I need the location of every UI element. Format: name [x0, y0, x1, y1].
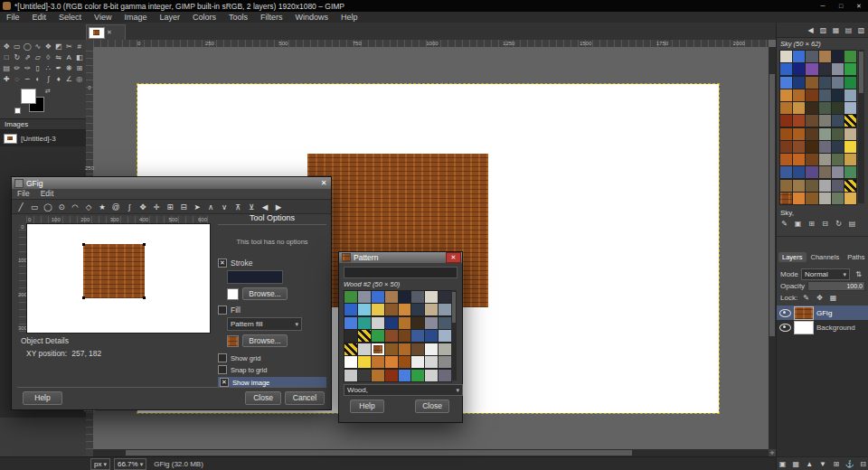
raise-layer-icon[interactable]: ▲ [804, 460, 816, 468]
pattern-swatch[interactable] [439, 343, 451, 355]
pattern-swatch[interactable] [780, 102, 792, 114]
pattern-swatch[interactable] [439, 291, 451, 303]
pattern-swatch[interactable] [844, 180, 856, 192]
shear-tool-icon[interactable]: ▱ [33, 52, 43, 62]
pattern-close-button[interactable]: Close [415, 400, 449, 413]
quick-mask-toggle[interactable] [86, 449, 93, 456]
pattern-swatch[interactable] [344, 343, 357, 355]
pattern-swatch[interactable] [832, 128, 844, 140]
pattern-swatch[interactable] [399, 356, 411, 368]
rectangle-select-tool-icon[interactable]: ▭ [13, 42, 23, 52]
pattern-swatch[interactable] [832, 166, 844, 178]
duplicate-pattern-icon[interactable]: ⊞ [806, 220, 817, 228]
delete-object-icon[interactable]: ⊟ [177, 202, 190, 212]
pattern-swatch[interactable] [832, 51, 844, 62]
pattern-swatch[interactable] [806, 102, 817, 114]
pattern-swatch[interactable] [780, 141, 792, 153]
menu-item[interactable]: Image [118, 12, 153, 23]
pattern-swatch[interactable] [793, 166, 805, 178]
edit-pattern-icon[interactable]: ✎ [778, 220, 790, 228]
crop-tool-icon[interactable]: # [75, 42, 85, 52]
pattern-swatch[interactable] [793, 141, 805, 153]
pattern-filter-input[interactable] [344, 267, 458, 278]
star-tool-icon[interactable]: ★ [96, 202, 108, 212]
pattern-close-icon[interactable]: ✕ [446, 252, 461, 263]
open-pattern-icon[interactable]: ▤ [846, 220, 858, 228]
pattern-swatch[interactable] [832, 63, 844, 75]
pattern-swatch[interactable] [372, 317, 384, 329]
menu-item[interactable]: Help [335, 12, 364, 23]
unified-transform-tool-icon[interactable]: □ [2, 52, 12, 62]
menu-item[interactable]: File [0, 12, 26, 23]
default-colors-icon[interactable] [14, 108, 21, 114]
pattern-swatch[interactable] [806, 180, 817, 192]
pattern-swatch[interactable] [819, 115, 831, 127]
pattern-tag-select[interactable]: Wood, [344, 384, 463, 396]
maximize-button[interactable]: □ [832, 3, 850, 9]
pattern-swatch[interactable] [832, 193, 844, 204]
anchor-layer-icon[interactable]: ⚓ [844, 460, 855, 468]
zoom-select[interactable]: 66.7% [114, 458, 146, 470]
flip-tool-icon[interactable]: ⇋ [54, 52, 64, 62]
pattern-swatch[interactable] [358, 317, 371, 329]
pattern-swatch[interactable] [425, 317, 438, 329]
pattern-swatch[interactable] [385, 356, 398, 368]
pattern-swatch[interactable] [793, 193, 805, 204]
vertical-scrollbar[interactable] [769, 47, 776, 449]
bezier-tool-icon[interactable]: ∫ [123, 202, 136, 212]
move-object-icon[interactable]: ✥ [137, 202, 149, 212]
pattern-swatch[interactable] [372, 343, 384, 355]
pattern-swatch[interactable] [844, 51, 856, 62]
pattern-swatch[interactable] [425, 330, 438, 342]
gradient-tool-icon[interactable]: ▤ [2, 63, 12, 73]
image-tab-close-icon[interactable]: ✕ [107, 29, 112, 36]
pattern-swatch[interactable] [358, 304, 371, 315]
lower-layer-icon[interactable]: ▼ [817, 460, 829, 468]
gfig-titlebar[interactable]: GFig ✕ [12, 177, 331, 189]
pattern-swatch[interactable] [819, 193, 831, 204]
pattern-swatch[interactable] [780, 154, 792, 165]
pattern-swatch[interactable] [832, 154, 844, 165]
rectangle-tool-icon[interactable]: ▭ [28, 202, 41, 212]
menu-item[interactable]: Tools [222, 12, 254, 23]
pattern-swatch[interactable] [844, 154, 856, 165]
pattern-grid-scrollbar[interactable] [451, 290, 457, 381]
paintbrush-tool-icon[interactable]: ✑ [23, 63, 33, 73]
arc-tool-icon[interactable]: ◠ [69, 202, 81, 212]
gfig-menu-item[interactable]: File [12, 189, 35, 199]
images-list-item[interactable]: [Untitled]-3 [0, 130, 86, 146]
zoom-tool-icon[interactable]: ◎ [75, 74, 85, 84]
pattern-swatch[interactable] [372, 330, 384, 342]
pattern-swatch[interactable] [844, 141, 856, 153]
menu-item[interactable]: Filters [254, 12, 289, 23]
pattern-swatch[interactable] [819, 102, 831, 114]
pattern-swatch[interactable] [439, 370, 451, 381]
pattern-swatch[interactable] [411, 330, 424, 342]
scale-tool-icon[interactable]: ⇗ [23, 52, 33, 62]
ellipse-tool-icon[interactable]: ⊙ [55, 202, 68, 212]
pattern-swatch[interactable] [793, 102, 805, 114]
new-pattern-icon[interactable]: ▣ [792, 220, 804, 228]
lock-position-icon[interactable]: ✥ [814, 294, 826, 302]
gfig-help-button[interactable]: Help [23, 391, 62, 405]
fuzzy-select-tool-icon[interactable]: ❖ [43, 42, 53, 52]
circle-tool-icon[interactable]: ◯ [42, 202, 54, 212]
pattern-swatch[interactable] [832, 141, 844, 153]
pattern-swatch[interactable] [385, 330, 398, 342]
pattern-swatch[interactable] [844, 166, 856, 178]
pattern-swatch[interactable] [780, 115, 792, 127]
pattern-swatch[interactable] [344, 356, 357, 368]
pattern-swatch[interactable] [439, 317, 451, 329]
image-tab[interactable]: ✕ [86, 24, 126, 41]
pattern-swatch[interactable] [832, 102, 844, 114]
foreground-color-swatch[interactable] [21, 89, 36, 104]
pattern-swatch[interactable] [819, 89, 831, 101]
pattern-swatch[interactable] [399, 370, 411, 381]
pattern-swatch[interactable] [385, 317, 398, 329]
switch-mode-icon[interactable]: ⇅ [853, 270, 864, 278]
pattern-swatch[interactable] [806, 166, 817, 178]
pattern-swatch[interactable] [399, 343, 411, 355]
snap-to-grid-checkbox[interactable] [218, 365, 227, 374]
airbrush-tool-icon[interactable]: ∴ [43, 63, 53, 73]
menu-item[interactable]: Colors [186, 12, 222, 23]
